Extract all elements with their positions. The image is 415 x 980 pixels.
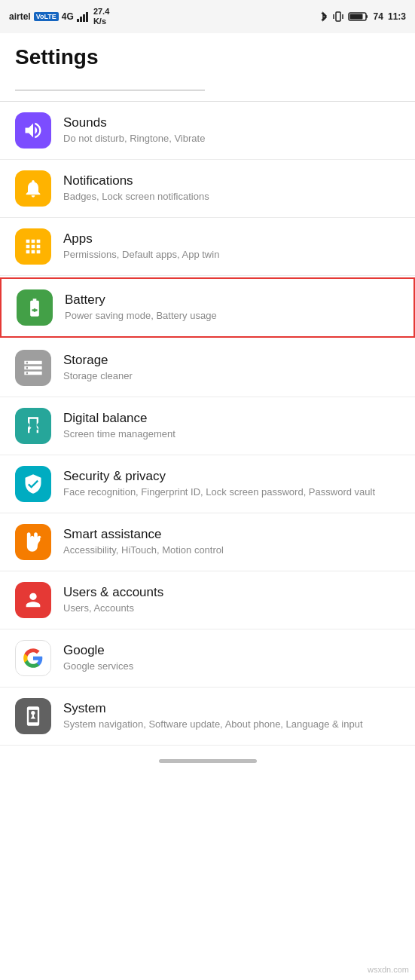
security-title: Security & privacy bbox=[63, 469, 400, 484]
carrier-label: airtel bbox=[9, 11, 31, 22]
settings-item-security[interactable]: Security & privacy Face recognition, Fin… bbox=[0, 455, 415, 513]
users-subtitle: Users, Accounts bbox=[63, 602, 400, 615]
settings-item-users[interactable]: Users & accounts Users, Accounts bbox=[0, 571, 415, 629]
status-bar: airtel VoLTE 4G 27.4 K/s 74 11:3 bbox=[0, 0, 415, 33]
svg-rect-3 bbox=[86, 12, 88, 22]
svg-rect-4 bbox=[336, 12, 340, 21]
home-bar[interactable] bbox=[159, 759, 257, 763]
system-title: System bbox=[63, 701, 400, 716]
hourglass-icon bbox=[23, 415, 44, 436]
network-4g: 4G bbox=[62, 11, 74, 22]
time-label: 11:3 bbox=[388, 11, 406, 22]
security-subtitle: Face recognition, Fingerprint ID, Lock s… bbox=[63, 485, 400, 499]
storage-icon bbox=[23, 357, 44, 378]
status-left: airtel VoLTE 4G 27.4 K/s bbox=[9, 7, 109, 26]
settings-item-system[interactable]: System System navigation, Software updat… bbox=[0, 688, 415, 746]
signal-icon bbox=[77, 11, 90, 22]
home-indicator bbox=[0, 746, 415, 772]
google-text: Google Google services bbox=[63, 643, 400, 673]
svg-rect-8 bbox=[366, 15, 368, 18]
google-icon-wrapper bbox=[15, 640, 51, 676]
battery-icon-wrapper bbox=[17, 289, 53, 326]
google-logo-icon bbox=[23, 648, 44, 669]
settings-item-smart-assistance[interactable]: Smart assistance Accessibility, HiTouch,… bbox=[0, 513, 415, 571]
battery-percent: 74 bbox=[374, 11, 383, 22]
smart-assistance-title: Smart assistance bbox=[63, 527, 400, 542]
notifications-text: Notifications Badges, Lock screen notifi… bbox=[63, 173, 400, 204]
storage-text: Storage Storage cleaner bbox=[63, 353, 400, 383]
settings-item-apps[interactable]: Apps Permissions, Default apps, App twin bbox=[0, 218, 415, 276]
digital-balance-subtitle: Screen time management bbox=[63, 427, 400, 441]
google-subtitle: Google services bbox=[63, 660, 400, 673]
storage-icon-wrapper bbox=[15, 350, 51, 386]
sounds-subtitle: Do not disturb, Ringtone, Vibrate bbox=[63, 132, 400, 145]
battery-title: Battery bbox=[65, 292, 398, 308]
system-subtitle: System navigation, Software update, Abou… bbox=[63, 718, 400, 731]
notifications-icon-wrapper bbox=[15, 170, 51, 207]
smart-assistance-text: Smart assistance Accessibility, HiTouch,… bbox=[63, 527, 400, 557]
settings-item-sounds[interactable]: Sounds Do not disturb, Ringtone, Vibrate bbox=[0, 102, 415, 160]
apps-subtitle: Permissions, Default apps, App twin bbox=[63, 248, 400, 262]
phone-info-icon bbox=[23, 706, 44, 727]
security-text: Security & privacy Face recognition, Fin… bbox=[63, 469, 400, 499]
digital-balance-icon-wrapper bbox=[15, 408, 51, 444]
shield-icon bbox=[23, 473, 44, 495]
top-truncated-item: —————————————————— bbox=[0, 77, 415, 102]
smart-assistance-subtitle: Accessibility, HiTouch, Motion control bbox=[63, 544, 400, 557]
volte-badge: VoLTE bbox=[34, 12, 59, 21]
settings-item-notifications[interactable]: Notifications Badges, Lock screen notifi… bbox=[0, 160, 415, 218]
volume-icon bbox=[23, 120, 44, 141]
sounds-icon-wrapper bbox=[15, 112, 51, 149]
vibrate-icon bbox=[333, 11, 343, 23]
digital-balance-title: Digital balance bbox=[63, 411, 400, 426]
storage-subtitle: Storage cleaner bbox=[63, 369, 400, 383]
settings-item-digital-balance[interactable]: Digital balance Screen time management bbox=[0, 397, 415, 455]
battery-text: Battery Power saving mode, Battery usage bbox=[65, 292, 398, 323]
hand-icon bbox=[23, 531, 44, 553]
apps-icon bbox=[23, 236, 44, 257]
status-right: 74 11:3 bbox=[319, 11, 406, 23]
settings-item-battery[interactable]: Battery Power saving mode, Battery usage bbox=[0, 277, 415, 338]
svg-rect-2 bbox=[83, 14, 85, 22]
system-icon-wrapper bbox=[15, 698, 51, 734]
svg-rect-9 bbox=[349, 14, 362, 20]
smart-assistance-icon-wrapper bbox=[15, 524, 51, 560]
apps-text: Apps Permissions, Default apps, App twin bbox=[63, 231, 400, 262]
security-icon-wrapper bbox=[15, 466, 51, 502]
watermark: wsxdn.com bbox=[368, 965, 409, 974]
system-text: System System navigation, Software updat… bbox=[63, 701, 400, 731]
settings-item-storage[interactable]: Storage Storage cleaner bbox=[0, 339, 415, 397]
page-title: Settings bbox=[0, 33, 415, 77]
battery-subtitle: Power saving mode, Battery usage bbox=[65, 309, 398, 323]
settings-list: Sounds Do not disturb, Ringtone, Vibrate… bbox=[0, 102, 415, 746]
sounds-title: Sounds bbox=[63, 115, 400, 130]
settings-item-google[interactable]: Google Google services bbox=[0, 629, 415, 688]
notifications-title: Notifications bbox=[63, 173, 400, 188]
storage-title: Storage bbox=[63, 353, 400, 368]
sounds-text: Sounds Do not disturb, Ringtone, Vibrate bbox=[63, 115, 400, 145]
bluetooth-icon bbox=[319, 11, 328, 23]
person-icon bbox=[23, 590, 44, 611]
users-text: Users & accounts Users, Accounts bbox=[63, 585, 400, 615]
users-icon-wrapper bbox=[15, 582, 51, 618]
bell-icon bbox=[23, 178, 44, 199]
users-title: Users & accounts bbox=[63, 585, 400, 600]
apps-icon-wrapper bbox=[15, 228, 51, 265]
svg-rect-0 bbox=[77, 19, 79, 22]
data-speed: 27.4 K/s bbox=[93, 7, 109, 26]
battery-icon bbox=[24, 297, 45, 318]
google-title: Google bbox=[63, 643, 400, 658]
digital-balance-text: Digital balance Screen time management bbox=[63, 411, 400, 441]
notifications-subtitle: Badges, Lock screen notifications bbox=[63, 190, 400, 204]
svg-rect-1 bbox=[80, 17, 82, 22]
apps-title: Apps bbox=[63, 231, 400, 247]
battery-status-icon bbox=[348, 11, 369, 22]
